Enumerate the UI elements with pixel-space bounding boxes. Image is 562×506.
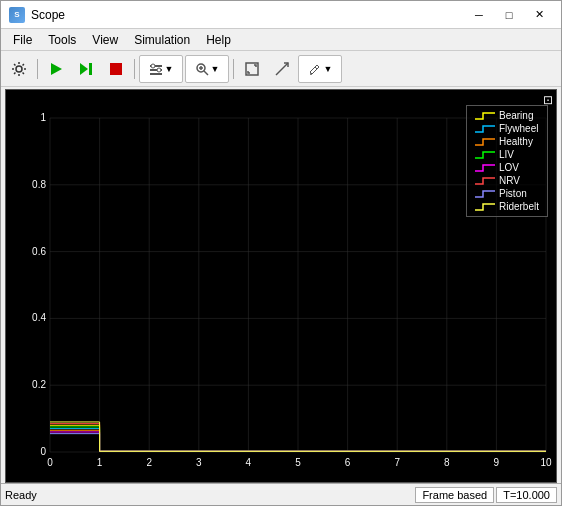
frame-based-badge: Frame based	[415, 487, 494, 503]
separator-2	[134, 59, 135, 79]
status-bar: Ready Frame based T=10.000	[1, 483, 561, 505]
scope-area: ⊡ Scores Bearing Flywheel Healthy	[1, 87, 561, 483]
zoom-button[interactable]: ▼	[185, 55, 229, 83]
window-title: Scope	[31, 8, 65, 22]
svg-marker-1	[51, 63, 62, 75]
svg-rect-4	[110, 63, 122, 75]
legend-lov: LOV	[475, 162, 539, 173]
expand-icon[interactable]: ⊡	[543, 93, 553, 107]
close-button[interactable]: ✕	[525, 5, 553, 25]
edit-button[interactable]: ▼	[298, 55, 342, 83]
svg-rect-7	[150, 73, 162, 75]
menu-help[interactable]: Help	[198, 31, 239, 49]
legend-flywheel: Flywheel	[475, 123, 539, 134]
run-button[interactable]	[42, 55, 70, 83]
app-icon: S	[9, 7, 25, 23]
svg-rect-3	[89, 63, 92, 75]
legend: Bearing Flywheel Healthy LIV LOV	[466, 105, 548, 217]
legend-piston: Piston	[475, 188, 539, 199]
fit-button[interactable]	[238, 55, 266, 83]
main-window: S Scope ─ □ ✕ File Tools View Simulation…	[0, 0, 562, 506]
maximize-button[interactable]: □	[495, 5, 523, 25]
svg-line-16	[315, 67, 317, 69]
svg-point-0	[16, 66, 22, 72]
step-forward-button[interactable]	[72, 55, 100, 83]
title-bar: S Scope ─ □ ✕	[1, 1, 561, 29]
stop-button[interactable]	[102, 55, 130, 83]
legend-healthy: Healthy	[475, 136, 539, 147]
minimize-button[interactable]: ─	[465, 5, 493, 25]
legend-bearing: Bearing	[475, 110, 539, 121]
legend-liv: LIV	[475, 149, 539, 160]
plot-container: ⊡ Scores Bearing Flywheel Healthy	[5, 89, 557, 483]
legend-nrv: NRV	[475, 175, 539, 186]
window-controls: ─ □ ✕	[465, 5, 553, 25]
svg-marker-2	[80, 63, 88, 75]
svg-line-11	[204, 71, 208, 75]
menu-file[interactable]: File	[5, 31, 40, 49]
separator-3	[233, 59, 234, 79]
svg-line-15	[276, 63, 288, 75]
configure-button[interactable]: ▼	[139, 55, 183, 83]
svg-point-9	[157, 68, 161, 72]
menu-tools[interactable]: Tools	[40, 31, 84, 49]
scale-button[interactable]	[268, 55, 296, 83]
settings-button[interactable]	[5, 55, 33, 83]
menu-simulation[interactable]: Simulation	[126, 31, 198, 49]
menu-view[interactable]: View	[84, 31, 126, 49]
svg-point-8	[151, 64, 155, 68]
menu-bar: File Tools View Simulation Help	[1, 29, 561, 51]
legend-riderbelt: Riderbelt	[475, 201, 539, 212]
separator-1	[37, 59, 38, 79]
time-badge: T=10.000	[496, 487, 557, 503]
status-right: Frame based T=10.000	[415, 487, 557, 503]
status-ready: Ready	[5, 489, 37, 501]
toolbar: ▼ ▼	[1, 51, 561, 87]
title-bar-left: S Scope	[9, 7, 65, 23]
